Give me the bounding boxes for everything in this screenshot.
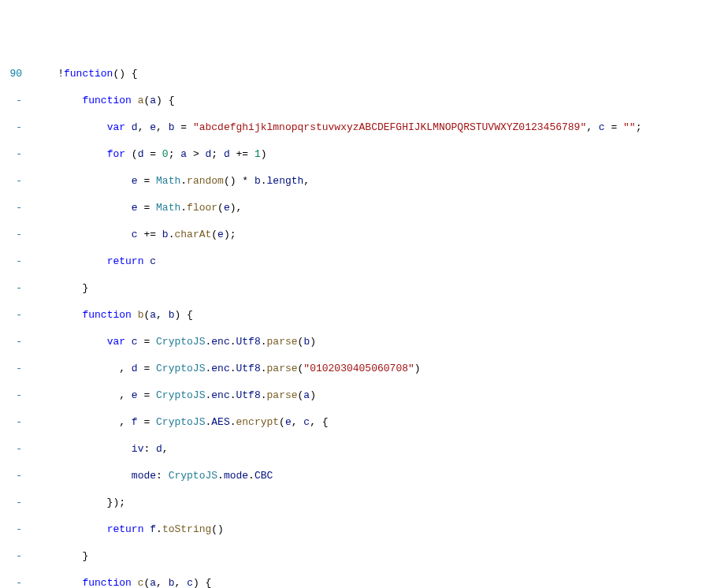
gutter-dash: - [5,201,22,214]
gutter-dash: - [5,362,22,375]
code-content[interactable]: !function() { function a(a) { var d, e, … [28,54,641,588]
code-line: var c = CryptoJS.enc.Utf8.parse(b) [33,335,641,348]
gutter-dash: - [5,496,22,509]
code-line: return f.toString() [33,523,641,536]
code-line: c += b.charAt(e); [33,228,641,241]
code-line: iv: d, [33,442,641,456]
code-line: e = Math.floor(e), [33,201,641,214]
gutter-dash: - [5,335,22,348]
code-line: mode: CryptoJS.mode.CBC [33,469,641,482]
code-line: } [33,281,641,295]
code-line: e = Math.random() * b.length, [33,174,641,188]
code-line: function c(a, b, c) { [33,576,641,588]
code-line: , d = CryptoJS.enc.Utf8.parse("010203040… [33,362,641,375]
gutter-dash: - [5,255,22,268]
gutter-dash: - [5,308,22,322]
code-line: , e = CryptoJS.enc.Utf8.parse(a) [33,389,641,402]
gutter-dash: - [5,281,22,295]
gutter-dash: - [5,121,22,134]
line-number: 90 [5,67,22,80]
gutter-dash: - [5,469,22,482]
code-line: for (d = 0; a > d; d += 1) [33,147,641,161]
gutter-dash: - [5,94,22,107]
code-line: var d, e, b = "abcdefghijklmnopqrstuvwxy… [33,121,641,134]
code-line: return c [33,255,641,268]
gutter-dash: - [5,389,22,402]
gutter-dash: - [5,415,22,429]
gutter-dash: - [5,576,22,588]
code-line: } [33,549,641,563]
code-block: 90 - - - - - - - - - - - - - - - - - - -… [0,54,717,588]
code-line: , f = CryptoJS.AES.encrypt(e, c, { [33,415,641,429]
gutter-dash: - [5,523,22,536]
code-line: !function() { [33,67,641,80]
gutter-dash: - [5,442,22,456]
gutter-dash: - [5,174,22,188]
gutter-dash: - [5,228,22,241]
gutter-dash: - [5,147,22,161]
gutter-dash: - [5,549,22,563]
code-line: }); [33,496,641,509]
line-number-gutter: 90 - - - - - - - - - - - - - - - - - - -… [0,54,28,588]
code-line: function b(a, b) { [33,308,641,322]
code-line: function a(a) { [33,94,641,107]
